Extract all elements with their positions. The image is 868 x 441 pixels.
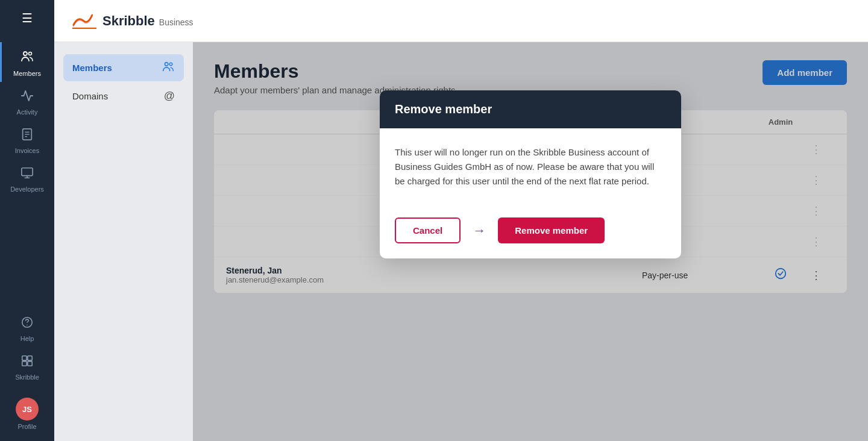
svg-rect-6 [22, 168, 33, 176]
sidebar-item-developers-label: Developers [10, 186, 44, 193]
svg-point-16 [165, 63, 169, 66]
modal-title: Remove member [395, 102, 666, 116]
skribble-logo-icon [72, 13, 96, 30]
svg-point-0 [24, 52, 27, 55]
modal-body-text: This user will no longer run on the Skri… [395, 145, 666, 189]
sidebar-item-developers[interactable]: Developers [0, 159, 54, 198]
hamburger-button[interactable]: ☰ [0, 0, 54, 36]
remove-member-modal: Remove member This user will no longer r… [380, 90, 681, 258]
sidebar-bottom: Help Skribble JS Profile [0, 308, 54, 441]
arrow-icon: → [473, 223, 486, 239]
sidebar-item-members[interactable]: Members [0, 42, 54, 82]
svg-point-1 [29, 52, 32, 55]
modal-body: This user will no longer run on the Skri… [380, 128, 681, 205]
sidebar-item-activity-label: Activity [17, 108, 38, 116]
sidebar-item-invoices[interactable]: Invoices [0, 120, 54, 159]
svg-rect-14 [28, 361, 32, 366]
svg-point-17 [169, 63, 172, 66]
cancel-button[interactable]: Cancel [395, 217, 461, 243]
main-area: Skribble Business Members Domai [54, 0, 868, 441]
modal-overlay: Remove member This user will no longer r… [193, 42, 868, 441]
modal-header: Remove member [380, 90, 681, 128]
left-nav-members[interactable]: Members [63, 54, 184, 81]
left-nav-domains-icon: @ [164, 90, 175, 102]
brand-name: Skribble [102, 13, 155, 29]
left-nav-domains[interactable]: Domains @ [63, 84, 184, 108]
left-nav-members-label: Members [72, 63, 112, 73]
sidebar: ☰ Members Activity [0, 0, 54, 441]
activity-icon [20, 89, 34, 106]
invoices-icon [20, 128, 34, 145]
left-nav-domains-label: Domains [72, 91, 108, 101]
left-nav: Members Domains @ [54, 42, 193, 441]
logo: Skribble Business [72, 13, 193, 30]
profile-avatar[interactable]: JS [16, 398, 39, 421]
skribble-nav-icon [20, 354, 34, 371]
developers-icon [20, 166, 34, 183]
profile-label: Profile [17, 423, 36, 430]
brand-sub: Business [159, 17, 193, 27]
sidebar-nav: Members Activity Invoices [0, 36, 54, 308]
sidebar-item-activity[interactable]: Activity [0, 82, 54, 120]
sidebar-item-skribble[interactable]: Skribble [0, 347, 54, 386]
svg-rect-13 [22, 361, 27, 366]
page-content: Members Adapt your members' plan and man… [193, 42, 868, 441]
modal-footer: Cancel → Remove member [380, 205, 681, 258]
members-icon [20, 49, 34, 67]
svg-rect-11 [22, 356, 27, 360]
help-icon [20, 316, 34, 333]
hamburger-icon: ☰ [22, 11, 33, 25]
topbar: Skribble Business [54, 0, 868, 42]
sidebar-item-invoices-label: Invoices [15, 147, 39, 154]
content-area: Members Domains @ Members [54, 42, 868, 441]
left-nav-members-icon [162, 60, 175, 75]
remove-member-button[interactable]: Remove member [498, 217, 605, 243]
sidebar-item-help-label: Help [20, 335, 34, 342]
sidebar-item-help[interactable]: Help [0, 308, 54, 347]
sidebar-item-members-label: Members [13, 70, 41, 77]
svg-rect-12 [28, 356, 32, 360]
sidebar-item-profile[interactable]: JS Profile [0, 390, 54, 435]
svg-point-10 [27, 325, 27, 325]
sidebar-item-skribble-label: Skribble [15, 374, 39, 381]
